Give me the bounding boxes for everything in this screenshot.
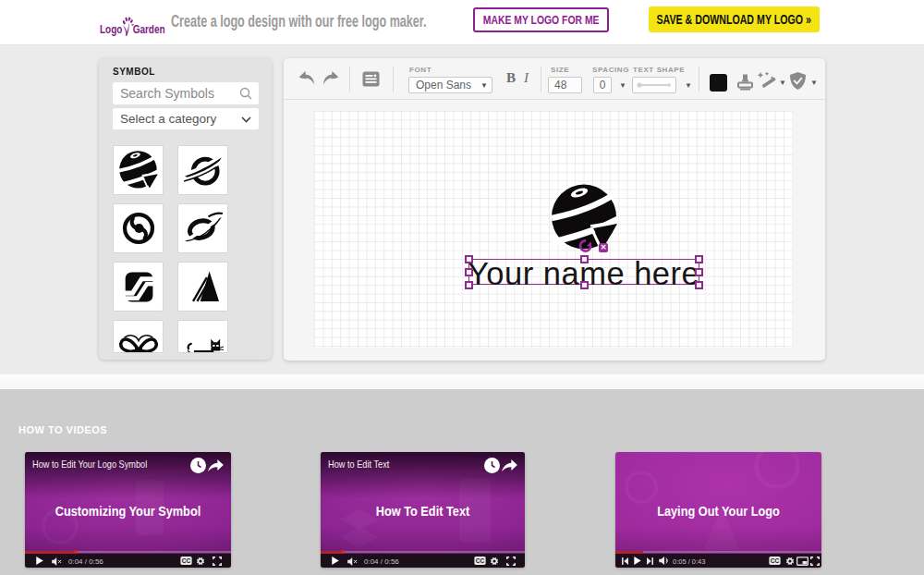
svg-text:CC: CC	[771, 557, 780, 564]
svg-text:CC: CC	[182, 557, 191, 564]
svg-text:CC: CC	[476, 557, 485, 564]
